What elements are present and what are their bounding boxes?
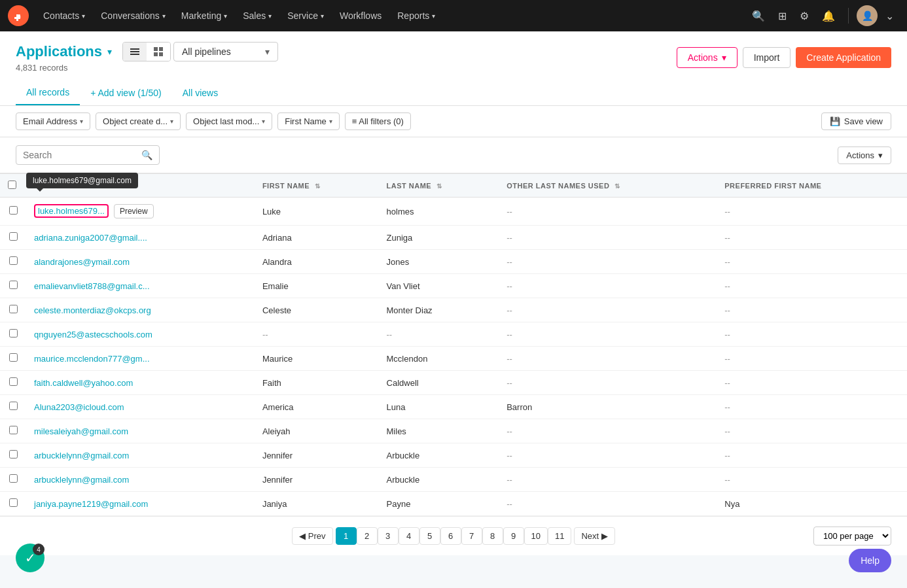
col-header-last-name[interactable]: LAST NAME ⇅ [379,174,499,198]
nav-conversations[interactable]: Conversations ▾ [94,7,172,25]
page-number-button[interactable]: 9 [503,527,524,545]
filter-all-filters[interactable]: ≡ All filters (0) [345,112,411,130]
notifications-icon[interactable]: 🔔 [817,6,840,26]
email-link[interactable]: alandrajones@ymail.com [34,257,130,267]
row-checkbox[interactable] [9,206,18,215]
table-actions-button[interactable]: Actions ▾ [838,147,891,164]
next-page-button[interactable]: Next ▶ [574,527,615,545]
nav-marketing[interactable]: Marketing ▾ [175,7,234,25]
row-firstname-cell: Alandra [255,250,379,274]
email-link[interactable]: janiya.payne1219@gmail.com [34,499,148,509]
pipeline-dropdown-caret: ▾ [265,46,270,57]
expand-icon[interactable]: ⌄ [880,6,899,26]
row-checkbox[interactable] [9,474,18,483]
page-number-button[interactable]: 8 [482,527,503,545]
select-all-checkbox-header[interactable] [0,174,26,198]
marketplace-icon[interactable]: ⊞ [773,6,792,26]
applications-table: EMAIL ADDRESS ⇅ FIRST NAME ⇅ LAST NAME ⇅… [0,173,907,516]
row-lastname-cell: Mcclendon [379,347,499,371]
page-title-dropdown-icon[interactable]: ▾ [107,46,112,57]
search-icon[interactable]: 🔍 [747,6,770,26]
table-row: celeste.monterdiaz@okcps.orgCelesteMonte… [0,298,907,322]
all-views-button[interactable]: All views [172,81,228,105]
user-avatar[interactable]: 👤 [857,5,878,26]
email-link[interactable]: qnguyen25@astecschools.com [34,330,152,339]
row-checkbox[interactable] [9,329,18,337]
row-checkbox-cell [0,492,26,516]
search-magnifier-icon[interactable]: 🔍 [141,150,152,160]
page-number-button[interactable]: 3 [378,527,399,545]
search-box[interactable]: 🔍 [16,145,160,165]
page-number-button[interactable]: 11 [548,527,571,545]
page-number-button[interactable]: 5 [419,527,440,545]
help-button[interactable]: Help [849,549,891,555]
email-link[interactable]: arbucklelynn@gmail.com [34,475,129,485]
hubspot-logo[interactable] [8,5,29,26]
per-page-select[interactable]: 100 per page [813,527,891,545]
row-checkbox[interactable] [9,256,18,265]
row-checkbox[interactable] [9,281,18,289]
email-link[interactable]: celeste.monterdiaz@okcps.org [34,305,151,315]
import-button[interactable]: Import [743,47,791,68]
nav-workflows[interactable]: Workflows [333,7,388,25]
row-checkbox[interactable] [9,305,18,313]
email-link[interactable]: Aluna2203@icloud.com [34,402,124,412]
email-link[interactable]: emalievanvliet8788@gmail.c... [34,281,150,291]
row-checkbox[interactable] [9,402,18,410]
nav-sales[interactable]: Sales ▾ [236,7,278,25]
row-checkbox[interactable] [9,450,18,458]
page-number-button[interactable]: 4 [399,527,419,545]
row-checkbox[interactable] [9,232,18,241]
nav-marketing-caret: ▾ [224,12,227,20]
table-row: faith.caldwell@yahoo.comFaithCaldwell---… [0,371,907,395]
email-link[interactable]: adriana.zuniga2007@gmail.... [34,233,147,243]
email-link[interactable]: maurice.mcclendon777@gm... [34,354,150,364]
filter-object-last-mod[interactable]: Object last mod... ▾ [186,112,272,130]
row-lastname-cell: Payne [379,492,499,516]
page-number-button[interactable]: 10 [524,527,548,545]
col-header-email[interactable]: EMAIL ADDRESS ⇅ [26,174,255,198]
add-view-button[interactable]: + Add view (1/50) [80,81,172,105]
list-view-button[interactable] [123,43,147,61]
email-link[interactable]: arbucklelynn@gmail.com [34,451,129,460]
row-lastname-cell: Luna [379,395,499,419]
page-title[interactable]: Applications [16,43,102,60]
row-email-cell: milesaleiyah@gmail.com [26,419,255,443]
page-number-button[interactable]: 7 [461,527,482,545]
email-link[interactable]: faith.caldwell@yahoo.com [34,378,133,388]
row-lastname-cell: Miles [379,419,499,443]
row-preferredfirstname-cell: -- [717,371,907,395]
page-number-button[interactable]: 2 [357,527,378,545]
nav-contacts[interactable]: Contacts ▾ [37,7,92,25]
pipeline-dropdown[interactable]: All pipelines ▾ [173,42,278,61]
create-application-button[interactable]: Create Application [796,47,891,68]
row-checkbox[interactable] [9,498,18,507]
row-checkbox[interactable] [9,353,18,362]
table-actions-caret-icon: ▾ [878,150,883,160]
save-view-button[interactable]: 💾 Save view [821,112,891,130]
filter-object-create[interactable]: Object create d... ▾ [96,112,181,130]
filter-first-name[interactable]: First Name ▾ [277,112,340,130]
row-firstname-cell: Maurice [255,347,379,371]
row-checkbox[interactable] [9,426,18,434]
filter-email-address[interactable]: Email Address ▾ [16,112,90,130]
email-link[interactable]: milesaleiyah@gmail.com [34,426,128,436]
sort-lastname-icon: ⇅ [436,182,442,190]
col-header-preferred-first-name[interactable]: PREFERRED FIRST NAME [717,174,907,198]
tab-all-records[interactable]: All records [16,80,80,105]
search-input[interactable] [23,150,137,160]
select-all-checkbox[interactable] [8,181,16,189]
actions-button[interactable]: Actions ▾ [677,47,738,68]
grid-view-button[interactable] [147,43,170,61]
prev-page-button[interactable]: ◀ Prev [292,527,333,545]
page-number-button[interactable]: 1 [336,527,357,545]
nav-reports[interactable]: Reports ▾ [391,7,442,25]
email-link[interactable]: luke.holmes679... [35,205,107,216]
row-checkbox[interactable] [9,377,18,386]
col-header-other-last-names[interactable]: OTHER LAST NAMES USED ⇅ [499,174,717,198]
col-header-first-name[interactable]: FIRST NAME ⇅ [255,174,379,198]
preview-button[interactable]: Preview [114,204,154,218]
page-number-button[interactable]: 6 [440,527,461,545]
nav-service[interactable]: Service ▾ [281,7,330,25]
settings-icon[interactable]: ⚙ [794,6,814,26]
